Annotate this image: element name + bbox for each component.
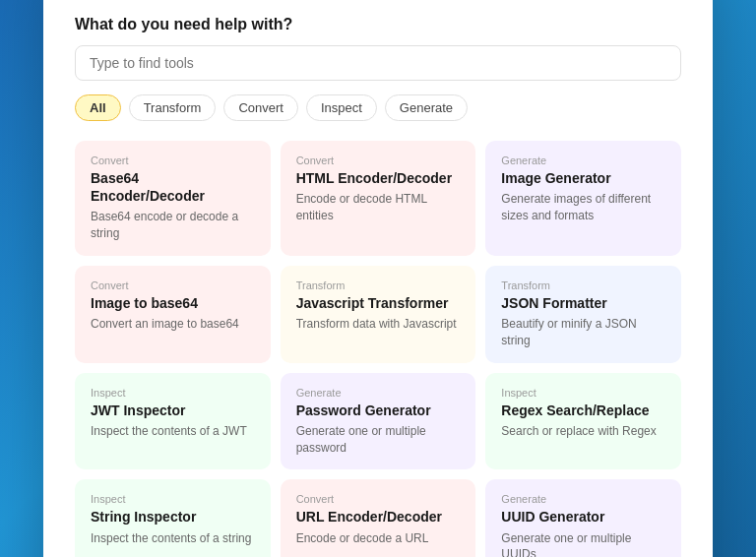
main-card: tt tab.tools Feedback? What do you need … (43, 0, 713, 557)
tool-desc: Beautify or minify a JSON string (501, 316, 665, 349)
filter-btn-generate[interactable]: Generate (385, 94, 468, 121)
tool-category: Transform (501, 279, 665, 291)
search-input[interactable] (75, 45, 681, 81)
tool-category: Transform (296, 279, 461, 291)
tool-name: UUID Generator (501, 508, 665, 526)
tool-category: Inspect (91, 493, 255, 505)
headline: What do you need help with? (75, 16, 681, 33)
tool-desc: Generate one or multiple UUIDs (501, 530, 665, 557)
filter-btn-all[interactable]: All (75, 94, 121, 121)
tools-grid: ConvertBase64 Encoder/DecoderBase64 enco… (75, 141, 681, 557)
tool-card[interactable]: InspectJWT InspectorInspect the contents… (75, 373, 271, 470)
tool-desc: Inspect the contents of a JWT (91, 423, 255, 440)
tool-desc: Inspect the contents of a string (91, 530, 255, 547)
tool-name: Image to base64 (91, 294, 255, 312)
tool-card[interactable]: GenerateImage GeneratorGenerate images o… (485, 141, 681, 256)
tool-name: Password Generator (296, 402, 461, 419)
tool-card[interactable]: ConvertImage to base64Convert an image t… (75, 266, 271, 363)
tool-name: Image Generator (501, 169, 665, 187)
tool-category: Generate (296, 387, 461, 399)
tool-card[interactable]: ConvertURL Encoder/DecoderEncode or deco… (281, 479, 476, 557)
tool-name: URL Encoder/Decoder (296, 508, 461, 526)
tool-category: Convert (296, 493, 461, 505)
tool-desc: Convert an image to base64 (91, 316, 255, 333)
tool-name: HTML Encoder/Decoder (296, 169, 461, 187)
tool-card[interactable]: TransformJavascript TransformerTransform… (281, 266, 476, 363)
tool-card[interactable]: ConvertBase64 Encoder/DecoderBase64 enco… (75, 141, 271, 256)
tool-name: JWT Inspector (91, 402, 255, 419)
tool-category: Convert (91, 279, 255, 291)
tool-category: Generate (501, 493, 665, 505)
tool-category: Inspect (501, 387, 665, 399)
tool-card[interactable]: GeneratePassword GeneratorGenerate one o… (281, 373, 476, 470)
tool-desc: Generate one or multiple password (296, 423, 461, 457)
tool-card[interactable]: ConvertHTML Encoder/DecoderEncode or dec… (281, 141, 476, 256)
tool-desc: Encode or decode HTML entities (296, 191, 461, 224)
tool-category: Generate (501, 155, 665, 166)
filter-btn-convert[interactable]: Convert (223, 94, 298, 121)
tool-card[interactable]: InspectRegex Search/ReplaceSearch or rep… (485, 373, 681, 470)
tool-desc: Transform data with Javascript (296, 316, 461, 333)
tool-desc: Search or replace with Regex (501, 423, 665, 440)
tool-name: Base64 Encoder/Decoder (91, 169, 255, 205)
tool-card[interactable]: GenerateUUID GeneratorGenerate one or mu… (485, 479, 681, 557)
filter-btn-transform[interactable]: Transform (129, 94, 217, 121)
tool-category: Convert (91, 155, 255, 166)
tool-category: Convert (296, 155, 461, 166)
tool-desc: Generate images of different sizes and f… (501, 191, 665, 224)
tool-desc: Encode or decode a URL (296, 530, 461, 547)
filter-bar: AllTransformConvertInspectGenerate (75, 94, 681, 121)
tool-card[interactable]: TransformJSON FormatterBeautify or minif… (485, 266, 681, 363)
tool-name: String Inspector (91, 508, 255, 526)
tool-desc: Base64 encode or decode a string (91, 209, 255, 242)
tool-category: Inspect (91, 387, 255, 399)
tool-name: Regex Search/Replace (501, 402, 665, 419)
tool-name: JSON Formatter (501, 294, 665, 312)
tool-card[interactable]: InspectString InspectorInspect the conte… (75, 479, 271, 557)
tool-name: Javascript Transformer (296, 294, 461, 312)
filter-btn-inspect[interactable]: Inspect (306, 94, 377, 121)
